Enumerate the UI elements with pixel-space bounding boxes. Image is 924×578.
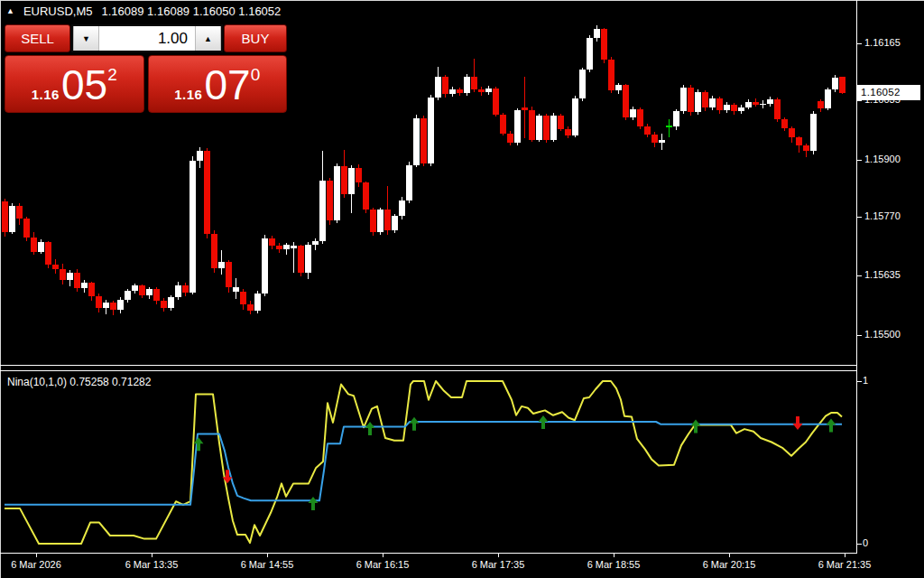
price-axis-label: 1.15900	[864, 154, 901, 164]
time-axis-label: 6 Mar 17:35	[457, 559, 539, 570]
buy-signal-arrow-icon	[410, 417, 420, 431]
price-axis-label: 1.16165	[864, 37, 901, 48]
sell-price-big: 05	[61, 63, 107, 107]
time-axis-label: 6 Mar 18:55	[573, 559, 654, 570]
indicator-axis-min: 0	[863, 537, 868, 548]
time-axis-label: 6 Mar 16:15	[342, 559, 423, 570]
buy-price-prefix: 1.16	[174, 87, 202, 102]
chart-header: ▲ EURUSD,M5 1.16089 1.16089 1.16050 1.16…	[6, 5, 281, 18]
one-click-trading-panel: SELL ▼ ▲ BUY 1.16 05 2 1.16 07 0	[5, 24, 287, 113]
lot-size-input[interactable]	[99, 26, 195, 51]
price-axis-label: 1.15500	[864, 329, 901, 340]
time-axis-label: 6 Mar 14:55	[226, 559, 308, 570]
time-axis-label: 6 Mar 13:35	[111, 559, 192, 570]
current-price-box: 1.16052	[857, 85, 920, 100]
time-axis-label: 6 Mar 20:15	[688, 559, 770, 570]
buy-signal-arrow-icon	[691, 419, 701, 433]
price-axis-label: 1.15635	[864, 269, 901, 280]
nina-indicator-series	[5, 381, 842, 544]
ohlc-values: 1.16089 1.16089 1.16050 1.16052	[102, 5, 282, 18]
buy-signal-arrow-icon	[827, 419, 836, 433]
indicator-name-label: Nina(10,1,0) 0.75258 0.71282	[7, 376, 151, 388]
buy-signal-arrow-icon	[194, 437, 204, 451]
nina-signal-line	[5, 422, 842, 505]
trade-prices-row: 1.16 05 2 1.16 07 0	[5, 55, 287, 113]
collapse-chart-icon[interactable]: ▲	[6, 7, 14, 15]
buy-price-display[interactable]: 1.16 07 0	[148, 55, 288, 113]
time-axis-label: 6 Mar 21:35	[804, 559, 885, 570]
buy-price-big: 07	[204, 63, 250, 107]
sell-price-prefix: 1.16	[32, 87, 60, 102]
indicator-axis-max: 1	[863, 375, 868, 386]
sell-price-pip: 2	[107, 65, 117, 85]
buy-price-pip: 0	[251, 65, 261, 85]
buy-signal-arrow-icon	[365, 422, 375, 435]
time-axis-label: 6 Mar 2026	[0, 559, 77, 570]
sell-price-display[interactable]: 1.16 05 2	[5, 55, 144, 113]
buy-button[interactable]: BUY	[224, 24, 287, 52]
sell-signal-arrow-icon	[793, 416, 803, 430]
mt4-chart-window: ▲ EURUSD,M5 1.16089 1.16089 1.16050 1.16…	[0, 0, 924, 578]
trade-controls-row: SELL ▼ ▲ BUY	[5, 24, 287, 52]
lot-size-group: ▼ ▲	[71, 24, 223, 52]
price-axis-label: 1.15770	[864, 210, 901, 221]
buy-signal-arrow-icon	[309, 497, 319, 510]
sell-button[interactable]: SELL	[5, 24, 70, 52]
lot-decrease-button[interactable]: ▼	[73, 26, 99, 51]
symbol-period-label: EURUSD,M5	[23, 5, 93, 18]
lot-increase-button[interactable]: ▲	[195, 26, 221, 51]
nina-main-line	[5, 381, 842, 544]
